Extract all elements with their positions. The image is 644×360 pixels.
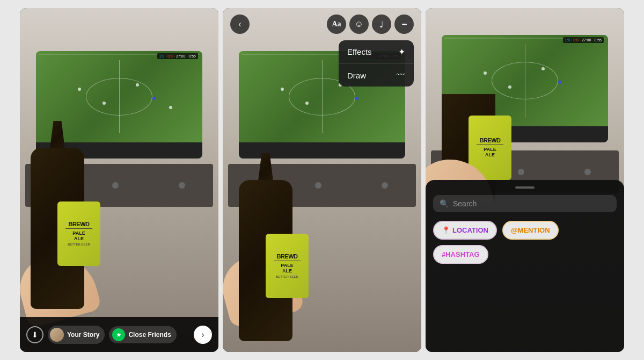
location-pin-icon: 📍 xyxy=(442,226,450,234)
draw-menu-item[interactable]: Draw 〰 xyxy=(339,64,414,87)
search-icon: 🔍 xyxy=(440,199,449,208)
tagline: BETTER BEER xyxy=(68,243,90,246)
mention-label: @MENTION xyxy=(511,226,550,234)
music-tool-button[interactable]: ♩ xyxy=(372,15,391,34)
brand-text: BREWD xyxy=(68,221,89,227)
draw-icon: 〰 xyxy=(397,70,405,80)
text-tool-label: Aa xyxy=(332,20,341,28)
bottom-bar: ⬇ Your Story ★ Close Friends › xyxy=(20,317,218,352)
hashtag-label: #HASHTAG xyxy=(442,250,480,258)
tv-score-3: 1:0 · 0:0 · 27:00 · 0:55 xyxy=(563,37,604,43)
location-chip[interactable]: 📍 LOCATION xyxy=(433,221,497,240)
effects-label: Effects xyxy=(347,47,372,56)
sticker-tool-button[interactable]: ☺ xyxy=(349,15,369,34)
bottle-body: BREWD PALEALE BETTER BEER xyxy=(31,148,84,309)
your-story-button[interactable]: Your Story xyxy=(48,326,105,344)
brand-text-2: BREWD xyxy=(276,254,297,260)
hashtag-chip[interactable]: #HASHTAG xyxy=(433,245,488,264)
search-placeholder: Search xyxy=(453,199,477,208)
draw-label: Draw xyxy=(347,71,366,80)
toolbar-icons: Aa ☺ ♩ ••• xyxy=(327,15,414,34)
sticker-panel: 🔍 Search 📍 LOCATION @MENTION #HASHTAG xyxy=(426,180,624,352)
mention-chip[interactable]: @MENTION xyxy=(502,221,559,240)
beer-type-3: PALEALE xyxy=(484,147,496,158)
download-button[interactable]: ⬇ xyxy=(26,326,43,343)
back-icon: ‹ xyxy=(238,19,241,29)
more-tool-button[interactable]: ••• xyxy=(394,15,414,34)
bottle-label-2: BREWD PALEALE BETTER BEER xyxy=(266,234,309,298)
text-tool-button[interactable]: Aa xyxy=(327,15,346,34)
your-story-label: Your Story xyxy=(67,331,99,339)
close-friends-label: Close Friends xyxy=(128,331,171,339)
edit-toolbar: ‹ Aa ☺ ♩ ••• xyxy=(223,15,421,34)
location-label: LOCATION xyxy=(452,226,488,234)
tagline-2: BETTER BEER xyxy=(276,275,298,278)
more-icon: ••• xyxy=(402,21,407,27)
beer-bottle-2: BREWD PALEALE BETTER BEER xyxy=(223,153,325,341)
back-button[interactable]: ‹ xyxy=(230,15,250,34)
effects-menu-item[interactable]: Effects ✦ xyxy=(339,40,414,64)
beer-type: PALEALE xyxy=(72,231,85,242)
download-icon: ⬇ xyxy=(32,330,38,339)
brand-text-3: BREWD xyxy=(479,138,500,143)
next-icon: › xyxy=(201,330,204,340)
tv-score: 1:0 · 0:0 · 27:00 · 0:55 xyxy=(157,53,198,59)
star-icon: ★ xyxy=(112,328,125,341)
sticker-icon: ☺ xyxy=(355,19,363,29)
panel-2: 1:0 · 0:0 · 27:00 · 0:55 BREWD PALEALE B… xyxy=(223,8,421,352)
beer-bottle: BREWD PALEALE BETTER BEER xyxy=(20,121,116,309)
bottle-label: BREWD PALEALE BETTER BEER xyxy=(57,201,100,266)
effects-icon: ✦ xyxy=(398,47,405,57)
music-icon: ♩ xyxy=(379,19,384,30)
sticker-chips: 📍 LOCATION @MENTION #HASHTAG xyxy=(433,221,617,264)
panel-1: 1:0 · 0:0 · 27:00 · 0:55 BREWD PALEALE B… xyxy=(20,8,218,352)
avatar-image xyxy=(50,328,64,342)
close-friends-button[interactable]: ★ Close Friends xyxy=(109,326,176,343)
dropdown-menu: Effects ✦ Draw 〰 xyxy=(339,40,414,87)
panel-handle xyxy=(515,186,535,189)
next-button[interactable]: › xyxy=(194,326,212,344)
avatar xyxy=(50,328,64,342)
bottle-body-2: BREWD PALEALE BETTER BEER xyxy=(239,180,292,341)
beer-type-2: PALEALE xyxy=(281,263,293,274)
panel-3: 1:0 · 0:0 · 27:00 · 0:55 BREWD PALEALE xyxy=(426,8,624,352)
search-bar[interactable]: 🔍 Search xyxy=(433,195,617,212)
